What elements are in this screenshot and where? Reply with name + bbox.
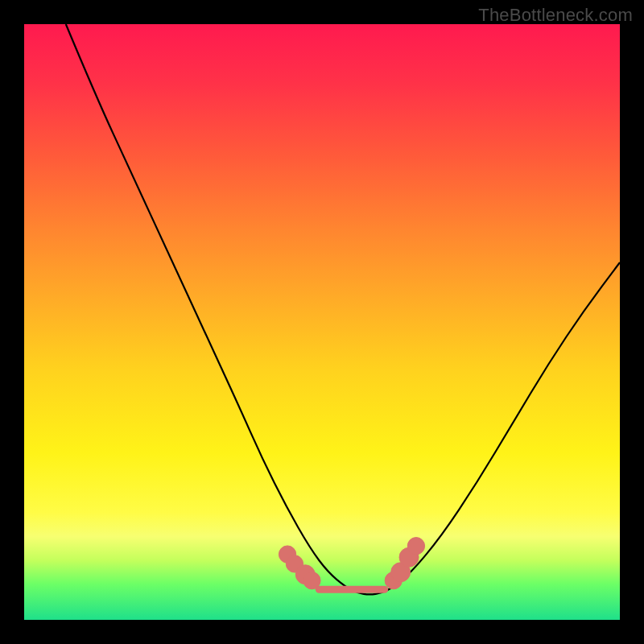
brand-watermark: TheBottleneck.com xyxy=(478,5,633,26)
curve-marker xyxy=(407,538,424,555)
chart-frame: TheBottleneck.com xyxy=(0,0,644,644)
plot-area xyxy=(24,24,620,620)
curve-marker xyxy=(303,572,320,589)
marker-group xyxy=(279,538,424,589)
bottleneck-curve xyxy=(66,24,620,594)
bottleneck-curve-svg xyxy=(24,24,620,620)
